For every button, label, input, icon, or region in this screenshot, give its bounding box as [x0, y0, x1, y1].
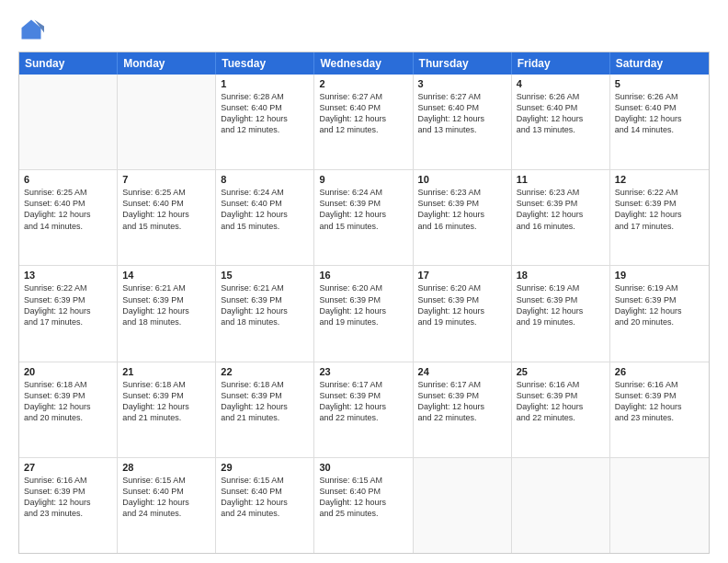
- day-info: Sunrise: 6:22 AMSunset: 6:39 PMDaylight:…: [24, 282, 112, 327]
- day-cell-28: 28Sunrise: 6:15 AMSunset: 6:40 PMDayligh…: [118, 458, 216, 553]
- day-of-week-wednesday: Wednesday: [314, 52, 413, 75]
- day-info: Sunrise: 6:17 AMSunset: 6:39 PMDaylight:…: [418, 379, 506, 424]
- calendar-week-1: 1Sunrise: 6:28 AMSunset: 6:40 PMDaylight…: [19, 75, 709, 170]
- day-cell-23: 23Sunrise: 6:17 AMSunset: 6:39 PMDayligh…: [314, 362, 413, 457]
- day-number: 3: [418, 78, 506, 89]
- day-number: 23: [319, 366, 407, 377]
- day-number: 26: [615, 366, 704, 377]
- day-of-week-friday: Friday: [512, 52, 610, 75]
- empty-cell: [118, 75, 216, 169]
- day-number: 16: [319, 270, 407, 281]
- calendar-week-3: 13Sunrise: 6:22 AMSunset: 6:39 PMDayligh…: [19, 266, 709, 362]
- empty-cell: [19, 75, 118, 169]
- day-info: Sunrise: 6:18 AMSunset: 6:39 PMDaylight:…: [122, 379, 210, 424]
- day-info: Sunrise: 6:27 AMSunset: 6:40 PMDaylight:…: [418, 91, 506, 136]
- day-info: Sunrise: 6:22 AMSunset: 6:39 PMDaylight:…: [615, 187, 704, 232]
- day-number: 21: [122, 366, 210, 377]
- day-number: 5: [615, 78, 704, 89]
- day-of-week-tuesday: Tuesday: [216, 52, 314, 75]
- day-info: Sunrise: 6:28 AMSunset: 6:40 PMDaylight:…: [221, 91, 309, 136]
- day-cell-25: 25Sunrise: 6:16 AMSunset: 6:39 PMDayligh…: [512, 362, 610, 457]
- calendar: SundayMondayTuesdayWednesdayThursdayFrid…: [18, 52, 710, 554]
- day-info: Sunrise: 6:18 AMSunset: 6:39 PMDaylight:…: [221, 379, 309, 424]
- day-cell-8: 8Sunrise: 6:24 AMSunset: 6:40 PMDaylight…: [216, 170, 314, 265]
- day-number: 17: [418, 270, 506, 281]
- empty-cell: [610, 458, 709, 553]
- day-info: Sunrise: 6:17 AMSunset: 6:39 PMDaylight:…: [319, 379, 407, 424]
- day-number: 25: [517, 366, 605, 377]
- day-number: 29: [221, 462, 309, 473]
- header: [18, 17, 710, 42]
- day-cell-10: 10Sunrise: 6:23 AMSunset: 6:39 PMDayligh…: [414, 170, 512, 265]
- day-cell-13: 13Sunrise: 6:22 AMSunset: 6:39 PMDayligh…: [19, 266, 118, 361]
- day-number: 22: [221, 366, 309, 377]
- day-info: Sunrise: 6:20 AMSunset: 6:39 PMDaylight:…: [418, 282, 506, 327]
- day-cell-30: 30Sunrise: 6:15 AMSunset: 6:40 PMDayligh…: [314, 458, 413, 553]
- day-info: Sunrise: 6:25 AMSunset: 6:40 PMDaylight:…: [24, 187, 112, 232]
- day-cell-2: 2Sunrise: 6:27 AMSunset: 6:40 PMDaylight…: [314, 75, 413, 169]
- day-number: 18: [517, 270, 605, 281]
- day-cell-11: 11Sunrise: 6:23 AMSunset: 6:39 PMDayligh…: [512, 170, 610, 265]
- day-cell-16: 16Sunrise: 6:20 AMSunset: 6:39 PMDayligh…: [314, 266, 413, 361]
- day-of-week-saturday: Saturday: [610, 52, 709, 75]
- calendar-week-4: 20Sunrise: 6:18 AMSunset: 6:39 PMDayligh…: [19, 362, 709, 458]
- day-of-week-thursday: Thursday: [414, 52, 512, 75]
- day-info: Sunrise: 6:20 AMSunset: 6:39 PMDaylight:…: [319, 282, 407, 327]
- day-number: 15: [221, 270, 309, 281]
- day-info: Sunrise: 6:19 AMSunset: 6:39 PMDaylight:…: [517, 282, 605, 327]
- day-cell-27: 27Sunrise: 6:16 AMSunset: 6:39 PMDayligh…: [19, 458, 118, 553]
- day-cell-3: 3Sunrise: 6:27 AMSunset: 6:40 PMDaylight…: [414, 75, 512, 169]
- day-cell-26: 26Sunrise: 6:16 AMSunset: 6:39 PMDayligh…: [610, 362, 709, 457]
- logo-icon: [18, 17, 44, 42]
- day-cell-22: 22Sunrise: 6:18 AMSunset: 6:39 PMDayligh…: [216, 362, 314, 457]
- day-number: 9: [319, 174, 407, 185]
- day-info: Sunrise: 6:25 AMSunset: 6:40 PMDaylight:…: [122, 187, 210, 232]
- day-info: Sunrise: 6:27 AMSunset: 6:40 PMDaylight:…: [319, 91, 407, 136]
- empty-cell: [414, 458, 512, 553]
- day-cell-17: 17Sunrise: 6:20 AMSunset: 6:39 PMDayligh…: [414, 266, 512, 361]
- day-cell-15: 15Sunrise: 6:21 AMSunset: 6:39 PMDayligh…: [216, 266, 314, 361]
- day-info: Sunrise: 6:15 AMSunset: 6:40 PMDaylight:…: [319, 475, 407, 520]
- day-number: 28: [122, 462, 210, 473]
- day-info: Sunrise: 6:23 AMSunset: 6:39 PMDaylight:…: [517, 187, 605, 232]
- day-number: 12: [615, 174, 704, 185]
- day-info: Sunrise: 6:24 AMSunset: 6:39 PMDaylight:…: [319, 187, 407, 232]
- day-cell-19: 19Sunrise: 6:19 AMSunset: 6:39 PMDayligh…: [610, 266, 709, 361]
- page: SundayMondayTuesdayWednesdayThursdayFrid…: [0, 0, 728, 563]
- day-number: 11: [517, 174, 605, 185]
- day-number: 20: [24, 366, 112, 377]
- day-info: Sunrise: 6:15 AMSunset: 6:40 PMDaylight:…: [221, 475, 309, 520]
- day-cell-20: 20Sunrise: 6:18 AMSunset: 6:39 PMDayligh…: [19, 362, 118, 457]
- day-cell-9: 9Sunrise: 6:24 AMSunset: 6:39 PMDaylight…: [314, 170, 413, 265]
- day-number: 10: [418, 174, 506, 185]
- day-number: 24: [418, 366, 506, 377]
- day-number: 1: [221, 78, 309, 89]
- day-cell-7: 7Sunrise: 6:25 AMSunset: 6:40 PMDaylight…: [118, 170, 216, 265]
- day-info: Sunrise: 6:26 AMSunset: 6:40 PMDaylight:…: [517, 91, 605, 136]
- day-number: 30: [319, 462, 407, 473]
- day-number: 4: [517, 78, 605, 89]
- day-info: Sunrise: 6:15 AMSunset: 6:40 PMDaylight:…: [122, 475, 210, 520]
- day-cell-4: 4Sunrise: 6:26 AMSunset: 6:40 PMDaylight…: [512, 75, 610, 169]
- day-info: Sunrise: 6:26 AMSunset: 6:40 PMDaylight:…: [615, 91, 704, 136]
- day-info: Sunrise: 6:24 AMSunset: 6:40 PMDaylight:…: [221, 187, 309, 232]
- day-number: 27: [24, 462, 112, 473]
- day-cell-5: 5Sunrise: 6:26 AMSunset: 6:40 PMDaylight…: [610, 75, 709, 169]
- day-cell-18: 18Sunrise: 6:19 AMSunset: 6:39 PMDayligh…: [512, 266, 610, 361]
- day-cell-21: 21Sunrise: 6:18 AMSunset: 6:39 PMDayligh…: [118, 362, 216, 457]
- day-number: 19: [615, 270, 704, 281]
- day-number: 6: [24, 174, 112, 185]
- calendar-week-2: 6Sunrise: 6:25 AMSunset: 6:40 PMDaylight…: [19, 170, 709, 266]
- calendar-header: SundayMondayTuesdayWednesdayThursdayFrid…: [19, 52, 709, 75]
- calendar-week-5: 27Sunrise: 6:16 AMSunset: 6:39 PMDayligh…: [19, 458, 709, 553]
- day-number: 13: [24, 270, 112, 281]
- day-number: 7: [122, 174, 210, 185]
- day-cell-24: 24Sunrise: 6:17 AMSunset: 6:39 PMDayligh…: [414, 362, 512, 457]
- empty-cell: [512, 458, 610, 553]
- day-info: Sunrise: 6:19 AMSunset: 6:39 PMDaylight:…: [615, 282, 704, 327]
- day-cell-12: 12Sunrise: 6:22 AMSunset: 6:39 PMDayligh…: [610, 170, 709, 265]
- day-info: Sunrise: 6:16 AMSunset: 6:39 PMDaylight:…: [615, 379, 704, 424]
- day-info: Sunrise: 6:16 AMSunset: 6:39 PMDaylight:…: [24, 475, 112, 520]
- calendar-body: 1Sunrise: 6:28 AMSunset: 6:40 PMDaylight…: [19, 75, 709, 553]
- day-info: Sunrise: 6:23 AMSunset: 6:39 PMDaylight:…: [418, 187, 506, 232]
